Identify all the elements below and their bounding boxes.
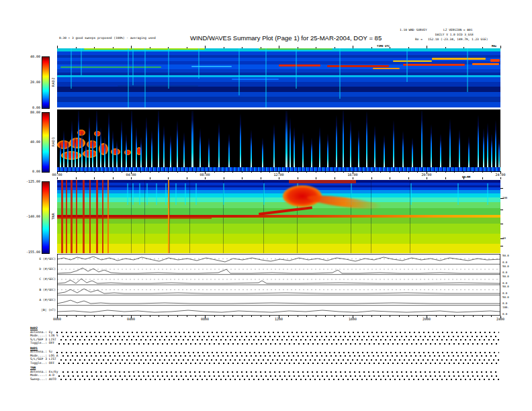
strip-panel-label: C (#/SEC) bbox=[29, 277, 56, 281]
footer-row: Toggle..: OFF bbox=[30, 361, 500, 365]
strip-panel-label: D (#/SEC) bbox=[29, 267, 56, 271]
tnr-ytick-mark bbox=[500, 188, 503, 189]
strip-ytick-max: 50.0 bbox=[502, 265, 509, 268]
tnr-spectrogram bbox=[57, 180, 500, 253]
dotted-leader bbox=[62, 371, 500, 373]
tnr-ytick-100: 100 bbox=[502, 196, 507, 199]
time-axis-label: 16:00 bbox=[347, 173, 357, 177]
strip-panel-label: E (#/SEC) bbox=[29, 257, 56, 261]
footer-row-text: Toggle..: OFF bbox=[30, 361, 54, 365]
dotted-leader bbox=[58, 375, 499, 377]
strip-ytick-max: 50.0 bbox=[502, 295, 509, 299]
time-axis-label: 20:00 bbox=[421, 173, 431, 177]
strip-ytick-max: 50.0 bbox=[502, 275, 509, 278]
dotted-leader bbox=[60, 359, 499, 361]
dotted-leader bbox=[56, 332, 499, 333]
strip-ytick-min: 0.0 bbox=[502, 271, 507, 274]
footer-row: Toggle..: OFF bbox=[30, 341, 500, 345]
header-right-version: 1.10 WND SURVEY bbox=[400, 28, 427, 32]
header-left-line1: 0:30 + 3 good sweeps proposed (100%) - a… bbox=[59, 36, 156, 40]
strip-ytick-max: 50.0 bbox=[502, 285, 509, 288]
strip-panel-label: |B| (nT) bbox=[29, 308, 56, 312]
rad1-colorbar-tick-min: 0.00 bbox=[22, 169, 40, 173]
rad1-colorbar bbox=[42, 112, 50, 173]
time-axis-label: 0000 bbox=[53, 317, 61, 321]
rad2-panel-label: RAD2 bbox=[51, 72, 55, 92]
rad1-spectrogram bbox=[57, 109, 500, 171]
tnr-ytick-mark bbox=[500, 210, 503, 210]
header-right-lz: LZ VERSION = 801 bbox=[443, 28, 472, 32]
time-axis-label: 0400 bbox=[127, 317, 135, 321]
dotted-leader bbox=[58, 343, 499, 345]
strip-panel-label: A (#/SEC) bbox=[29, 298, 56, 302]
tnr-ytick-mark bbox=[500, 224, 503, 224]
tnr-colorbar-tick-mid: -140.00 bbox=[21, 214, 40, 218]
dotted-leader bbox=[62, 336, 500, 337]
header-right-position: Re = 152.10 (-23.34, 149.79, 1.23 GSE) bbox=[415, 38, 488, 42]
dotted-leader bbox=[56, 352, 499, 353]
tnr-stripes bbox=[57, 180, 500, 253]
rad1-panel-label: RAD1 bbox=[51, 132, 55, 152]
footer-row-text: Sweep...: AUTO bbox=[30, 377, 56, 381]
time-axis-label: 0800 bbox=[201, 317, 209, 321]
rad1-colorbar-tick-max: 80.00 bbox=[22, 110, 40, 114]
strip-ytick-max: 50.0 bbox=[502, 254, 509, 257]
tnr-top-ticks bbox=[57, 177, 501, 179]
rad2-colorbar-tick-mid: 20.00 bbox=[22, 80, 40, 84]
tnr-ytick-mark bbox=[500, 246, 503, 246]
time-axis-label: 08:00 bbox=[200, 173, 210, 177]
strip-ytick-min: 0.0 bbox=[502, 291, 507, 295]
page-title: WIND/WAVES Summary Plot (Page 1) for 25-… bbox=[190, 34, 382, 42]
trace-e-rate bbox=[57, 257, 500, 262]
header-right-daily: DAILY V 1.0 DID 3_GSE bbox=[435, 33, 474, 37]
trace-b-rate bbox=[57, 289, 500, 293]
rad2-colorbar bbox=[42, 56, 50, 109]
rad1-colorbar-tick-mid: 40.00 bbox=[22, 140, 40, 144]
time-axis-label: 2000 bbox=[423, 317, 431, 321]
footer-row: Sweep...: AUTO bbox=[30, 377, 500, 381]
tnr-colorbar bbox=[42, 181, 50, 254]
time-axis-label: 1600 bbox=[349, 317, 357, 321]
trace-a-rate bbox=[57, 300, 500, 304]
dotted-leader bbox=[62, 355, 500, 357]
trace-b-field bbox=[57, 310, 500, 312]
dotted-leader bbox=[60, 339, 499, 340]
time-axis-label: 2400 bbox=[496, 317, 504, 321]
tnr-panel-label: TNR bbox=[51, 206, 55, 226]
strip-chart-svg bbox=[57, 254, 500, 316]
footer-row-text: Toggle..: OFF bbox=[30, 341, 54, 345]
time-axis-label: 00:00 bbox=[52, 173, 62, 177]
tnr-ytick-10: 10 bbox=[502, 236, 506, 240]
rad2-colorbar-tick-min: 0.00 bbox=[22, 105, 40, 109]
footer-section-rad2: RAD2 Antenna.: Ey Mode....: LIN S S/L/SE… bbox=[30, 326, 500, 345]
dotted-leader bbox=[58, 363, 499, 364]
strip-ytick-min: 0.0 bbox=[502, 261, 507, 264]
tnr-colorbar-tick-max: -125.00 bbox=[21, 179, 40, 183]
time-axis-label: 04:00 bbox=[126, 173, 136, 177]
rad2-colorbar-tick-max: 40.00 bbox=[22, 54, 40, 58]
footer-legend: RAD2 Antenna.: Ey Mode....: LIN S S/L/SE… bbox=[30, 326, 500, 382]
tnr-top-red-segment bbox=[289, 180, 356, 183]
trace-d-rate bbox=[57, 268, 500, 273]
rad2-spectrogram bbox=[57, 48, 500, 107]
strip-panel-label: B (#/SEC) bbox=[29, 288, 56, 291]
summary-plot-page: 0:30 + 3 good sweeps proposed (100%) - a… bbox=[0, 0, 532, 411]
strip-ytick-min: 0.0 bbox=[502, 312, 507, 316]
rad1-spikes bbox=[57, 109, 500, 171]
footer-section-tnr: TNR Antenna.: Ex/Ey Mode....: A-D Sweep.… bbox=[30, 366, 500, 381]
strip-ytick-max: 100. bbox=[502, 306, 509, 309]
time-axis-label: 12:00 bbox=[273, 173, 283, 177]
strip-ytick-min: 0.0 bbox=[502, 302, 507, 305]
dotted-leader bbox=[60, 379, 499, 380]
footer-section-rad1: RAD1 Antenna.: Sz Mode....: LOG A S/L/SE… bbox=[30, 347, 500, 365]
rad2-spikes bbox=[57, 48, 500, 107]
time-axis-label: 1200 bbox=[275, 317, 283, 321]
time-axis-label: 24:00 bbox=[495, 173, 505, 177]
tnr-colorbar-tick-min: -155.00 bbox=[21, 250, 40, 254]
